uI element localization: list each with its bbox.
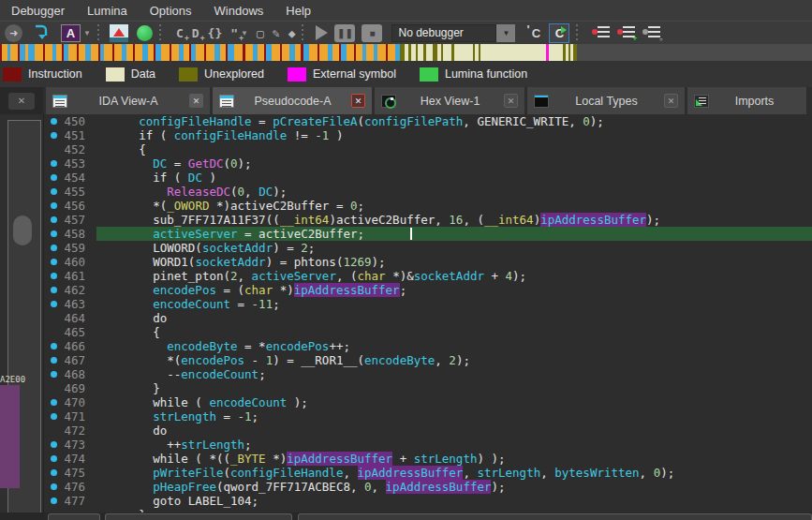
menu-options[interactable]: Options	[140, 1, 204, 21]
breakpoint-tile-icon[interactable]	[110, 24, 128, 42]
line-marker-dot[interactable]	[44, 413, 57, 420]
band-segment[interactable]	[245, 44, 253, 61]
band-segment[interactable]	[114, 44, 122, 61]
list-gray-icon[interactable]: ▫	[642, 25, 660, 41]
nav-arrow-icon[interactable]: ➜	[5, 24, 22, 42]
font-a-icon[interactable]: A	[61, 24, 81, 42]
band-segment[interactable]	[35, 44, 43, 61]
band-segment[interactable]	[282, 44, 289, 61]
line-marker-dot[interactable]	[44, 287, 57, 293]
tab-hex-view-1[interactable]: Hex View-1✕	[375, 87, 524, 114]
code-line-462[interactable]: 462 encodePos = (char *)ipAddressBuffer;	[44, 283, 812, 297]
line-marker-dot[interactable]	[44, 273, 57, 279]
line-marker-dot[interactable]	[44, 259, 57, 265]
band-segment[interactable]	[332, 44, 339, 61]
debugger-select-value[interactable]: No debugger	[391, 24, 496, 42]
band-segment[interactable]	[366, 44, 374, 61]
tab-imports[interactable]: Imports	[687, 87, 806, 114]
code-line-450[interactable]: 450 configFileHandle = pCreateFileA(conf…	[44, 114, 812, 128]
band-segment[interactable]	[171, 44, 179, 61]
list-add-icon[interactable]: +	[617, 25, 635, 41]
band-segment[interactable]	[347, 44, 354, 61]
band-segment[interactable]	[45, 44, 52, 61]
code-text[interactable]: DC = GetDC(0);	[96, 156, 812, 171]
code-line-476[interactable]: 476 pHeapFree(qword_7FF717ACBEC8, 0, ipA…	[44, 480, 812, 494]
code-text[interactable]: *(_OWORD *)activeC2Buffer = 0;	[96, 199, 812, 213]
band-segment[interactable]	[388, 44, 395, 61]
band-segment[interactable]	[443, 44, 451, 61]
band-segment[interactable]	[454, 44, 473, 61]
code-text[interactable]: pWriteFile(configFileHandle, ipAddressBu…	[96, 466, 812, 480]
add-struct-d-icon[interactable]: D	[192, 26, 199, 40]
line-marker-dot[interactable]	[44, 399, 57, 406]
line-marker-dot[interactable]	[44, 357, 57, 364]
pseudocode-panel[interactable]: 450 configFileHandle = pCreateFileA(conf…	[43, 114, 812, 520]
code-line-470[interactable]: 470 while ( encodeCount );	[44, 395, 812, 409]
band-segment[interactable]	[91, 44, 98, 61]
background-scrollbar-thumb[interactable]	[13, 215, 32, 245]
produce-c-file-icon[interactable]: C	[549, 23, 569, 43]
line-marker-dot[interactable]	[44, 455, 57, 462]
band-segment[interactable]	[272, 44, 280, 61]
play-icon[interactable]	[316, 25, 328, 40]
close-icon[interactable]: ✕	[189, 94, 203, 108]
band-segment[interactable]	[126, 44, 133, 61]
code-text[interactable]: pHeapFree(qword_7FF717ACBEC8, 0, ipAddre…	[96, 480, 812, 494]
band-segment[interactable]	[196, 44, 204, 61]
band-segment[interactable]	[228, 44, 234, 61]
code-text[interactable]: if ( DC )	[96, 171, 812, 185]
band-segment[interactable]	[426, 44, 433, 61]
code-text[interactable]: }	[96, 381, 812, 395]
code-line-473[interactable]: 473 ++strLength;	[44, 438, 812, 452]
line-marker-dot[interactable]	[44, 118, 57, 125]
code-text[interactable]: {	[96, 142, 812, 156]
code-text[interactable]: activeServer = activeC2Buffer;	[96, 227, 812, 241]
line-marker-dot[interactable]	[44, 188, 57, 195]
code-line-453[interactable]: 453 DC = GetDC(0);	[44, 156, 812, 171]
code-text[interactable]: LOWORD(socketAddr) = 2;	[96, 241, 812, 255]
code-line-467[interactable]: 467 *(encodePos - 1) = __ROR1__(encodeBy…	[44, 353, 812, 367]
code-line-454[interactable]: 454 if ( DC )	[44, 171, 812, 185]
line-marker-dot[interactable]	[44, 160, 57, 167]
code-text[interactable]: pinet_pton(2, activeServer, (char *)&soc…	[96, 269, 812, 283]
code-text[interactable]: do	[96, 311, 812, 325]
code-line-465[interactable]: 465 {	[44, 325, 812, 339]
line-marker-dot[interactable]	[44, 174, 57, 181]
code-line-461[interactable]: 461 pinet_pton(2, activeServer, (char *)…	[44, 269, 812, 283]
code-line-463[interactable]: 463 encodeCount = -11;	[44, 297, 812, 311]
tab-ida-view-a[interactable]: IDA View-A✕	[46, 87, 210, 114]
list-red-icon[interactable]	[592, 25, 610, 41]
band-segment[interactable]	[577, 44, 812, 61]
debugger-select-caret-icon[interactable]: ▼	[496, 24, 515, 42]
quote-add-icon[interactable]: "	[230, 26, 238, 40]
font-a-caret-icon[interactable]: ▼	[83, 29, 91, 37]
code-line-474[interactable]: 474 while ( *((_BYTE *)ipAddressBuffer +…	[44, 452, 812, 466]
code-line-458[interactable]: 458 activeServer = activeC2Buffer;	[44, 227, 812, 241]
line-marker-dot[interactable]	[44, 245, 57, 251]
code-text[interactable]: *(encodePos - 1) = __ROR1__(encodeByte, …	[96, 353, 812, 367]
code-text[interactable]: --encodeCount;	[96, 367, 812, 381]
braces-icon[interactable]: {}	[208, 26, 223, 40]
band-segment[interactable]	[10, 44, 18, 61]
code-line-452[interactable]: 452 {	[44, 142, 812, 156]
code-text[interactable]: configFileHandle = pCreateFileA(configFi…	[96, 114, 812, 128]
code-line-475[interactable]: 475 pWriteFile(configFileHandle, ipAddre…	[44, 466, 812, 480]
line-marker-dot[interactable]	[44, 498, 57, 504]
code-line-451[interactable]: 451 if ( configFileHandle != -1 )	[44, 128, 812, 142]
menu-lumina[interactable]: Lumina	[77, 1, 140, 21]
band-segment[interactable]	[161, 44, 170, 61]
band-segment[interactable]	[135, 44, 142, 61]
jump-icon[interactable]	[34, 23, 49, 42]
code-line-464[interactable]: 464 do	[44, 311, 812, 325]
code-line-460[interactable]: 460 WORD1(socketAddr) = phtons(1269);	[44, 255, 812, 269]
code-line-472[interactable]: 472 do	[44, 423, 812, 438]
code-line-466[interactable]: 466 encodeByte = *encodePos++;	[44, 339, 812, 353]
nav-band[interactable]	[0, 44, 812, 61]
code-line-477[interactable]: 477 goto LABEL_104;	[44, 494, 812, 508]
close-icon[interactable]: ✕	[664, 94, 678, 108]
band-segment[interactable]	[79, 44, 85, 61]
pause-icon[interactable]: ❚❚	[334, 24, 355, 42]
tab-local-types[interactable]: Local Types✕	[527, 87, 685, 114]
square-icon[interactable]: ▢	[257, 26, 264, 40]
code-line-457[interactable]: 457 sub_7FF717A11F37((__int64)activeC2Bu…	[44, 213, 812, 227]
